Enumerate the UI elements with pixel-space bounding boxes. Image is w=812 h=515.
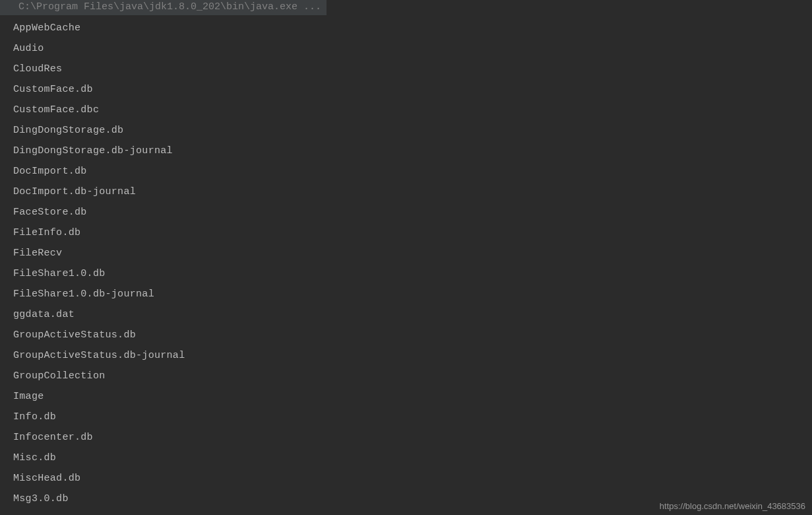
output-row: DingDongStorage.db — [13, 120, 812, 141]
output-row: FileShare1.0.db — [13, 263, 812, 284]
output-row: Info.db — [13, 407, 812, 427]
output-row: Infocenter.db — [13, 427, 812, 448]
output-row: CloudRes — [13, 59, 812, 79]
output-row: CustomFace.db — [13, 79, 812, 100]
output-row: DocImport.db-journal — [13, 182, 812, 202]
output-row: Image — [13, 386, 812, 407]
output-row: GroupActiveStatus.db-journal — [13, 345, 812, 366]
output-row: CustomFace.dbc — [13, 100, 812, 120]
output-row: Audio — [13, 38, 812, 59]
output-row: DingDongStorage.db-journal — [13, 141, 812, 161]
output-row: Misc.db — [13, 448, 812, 468]
command-line: C:\Program Files\java\jdk1.8.0_202\bin\j… — [0, 0, 327, 15]
output-row: FaceStore.db — [13, 202, 812, 223]
output-row: DocImport.db — [13, 161, 812, 182]
output-list: AppWebCache Audio CloudRes CustomFace.db… — [0, 18, 812, 509]
output-row: GroupActiveStatus.db — [13, 325, 812, 345]
output-row: FileInfo.db — [13, 223, 812, 243]
console-output: C:\Program Files\java\jdk1.8.0_202\bin\j… — [0, 0, 812, 509]
output-row: AppWebCache — [13, 18, 812, 38]
output-row: MiscHead.db — [13, 468, 812, 489]
output-row: FileShare1.0.db-journal — [13, 284, 812, 304]
output-row: FileRecv — [13, 243, 812, 263]
output-row: ggdata.dat — [13, 304, 812, 325]
watermark-text: https://blog.csdn.net/weixin_43683536 — [660, 501, 805, 511]
output-row: GroupCollection — [13, 366, 812, 386]
